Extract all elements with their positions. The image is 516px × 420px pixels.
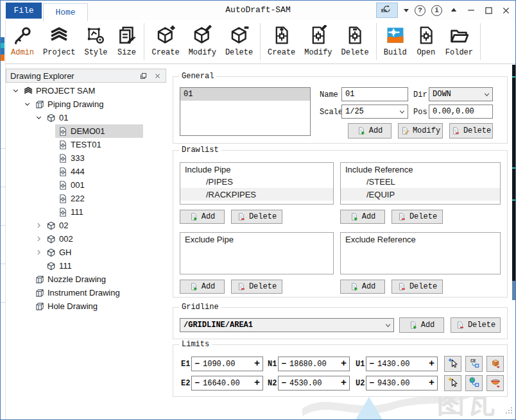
tree-item-piping-drawing[interactable]: Piping Drawing (6, 97, 166, 111)
drawlist-box-include-pipe[interactable]: Include Pipe/PIPES/RACKPIPES (180, 162, 334, 205)
pick-plus-blue-button[interactable] (444, 356, 461, 372)
drawlist-add-button-exclude-pipe[interactable]: Add (180, 280, 225, 294)
ribbon-button-folder[interactable]: Folder (441, 20, 477, 63)
tree-item-02[interactable]: 02 (6, 219, 166, 232)
limit-field-u1[interactable]: −1430.00+ (366, 357, 438, 371)
drawlist-box-include-reference[interactable]: Include Reference/STEEL/EQUIP (340, 162, 501, 205)
expander-open-icon[interactable] (22, 99, 32, 109)
general-modify-button[interactable]: Modify (398, 123, 443, 139)
expander-closed-icon[interactable] (34, 248, 44, 257)
language-dropdown-icon[interactable] (404, 9, 409, 12)
decrement-button[interactable]: − (279, 378, 289, 388)
drawlist-item[interactable]: /RACKPIPES (180, 188, 333, 201)
increment-button[interactable]: + (338, 378, 349, 389)
increment-button[interactable]: + (338, 358, 349, 369)
decrement-button[interactable]: − (366, 378, 377, 388)
increment-button[interactable]: + (426, 358, 437, 369)
limit-field-n2[interactable]: −4530.00+ (278, 376, 350, 391)
drawlist-item[interactable]: /PIPES (180, 175, 333, 188)
limit-value[interactable]: 9430.00 (377, 379, 426, 388)
limit-value[interactable]: 1090.00 (203, 360, 252, 369)
sphere-limits-button[interactable] (486, 375, 504, 391)
limit-field-u2[interactable]: −9430.00+ (366, 376, 438, 391)
general-add-button[interactable]: Add (348, 123, 391, 139)
close-button[interactable] (500, 4, 512, 16)
increment-button[interactable]: + (252, 358, 262, 369)
general-listbox[interactable]: 01 (180, 87, 311, 136)
minimize-button[interactable] (465, 4, 477, 16)
drawlist-delete-button-include-pipe[interactable]: Delete (231, 210, 282, 224)
ribbon-button-size[interactable]: Size (112, 20, 141, 63)
tree-item-001[interactable]: 001 (6, 178, 166, 192)
decrement-button[interactable]: − (279, 359, 289, 369)
expander-open-icon[interactable] (34, 113, 44, 122)
tree-item-444[interactable]: 444 (6, 165, 166, 178)
pick-plus-gold-button[interactable] (444, 375, 461, 391)
name-field[interactable]: 01 (341, 87, 408, 101)
drawlist-add-button-include-reference[interactable]: Add (340, 210, 385, 224)
float-panel-icon[interactable] (137, 70, 149, 81)
decrement-button[interactable]: − (192, 359, 203, 369)
language-switch-button[interactable]: En (376, 3, 398, 18)
scale-dropdown[interactable]: 1/25 (341, 105, 408, 119)
tree-item-111[interactable]: 111 (6, 205, 166, 219)
box-limits-button[interactable] (486, 356, 504, 372)
drawlist-delete-button-exclude-reference[interactable]: Delete (391, 280, 443, 294)
tree-item-002[interactable]: 002 (6, 232, 166, 246)
tree-item-222[interactable]: 222 (6, 192, 166, 205)
gridline-add-button[interactable]: Add (399, 317, 444, 333)
limit-value[interactable]: 18680.00 (289, 360, 338, 369)
drawlist-box-exclude-pipe[interactable]: Exclude Pipe (180, 232, 334, 274)
tab-home[interactable]: Home (43, 3, 88, 21)
dir-dropdown[interactable]: DOWN (429, 87, 493, 101)
tree-item-project-sam[interactable]: PROJECT SAM (6, 84, 166, 97)
drawlist-add-button-include-pipe[interactable]: Add (180, 210, 225, 224)
drawlist-box-exclude-reference[interactable]: Exclude Reference (340, 232, 501, 274)
tree-item-333[interactable]: 333 (6, 151, 166, 165)
expander-closed-icon[interactable] (34, 221, 44, 230)
limit-field-n1[interactable]: −18680.00+ (278, 357, 350, 371)
ribbon-button-modify[interactable]: Modify (184, 20, 221, 63)
ribbon-button-build[interactable]: Build (379, 20, 411, 63)
general-delete-button[interactable]: Delete (449, 123, 493, 139)
decrement-button[interactable]: − (366, 359, 377, 369)
ribbon-button-style[interactable]: Style (80, 20, 112, 63)
tree-item-gh[interactable]: GH (6, 246, 166, 259)
limit-value[interactable]: 1430.00 (377, 360, 426, 369)
gridline-delete-button[interactable]: Delete (451, 317, 501, 333)
limit-value[interactable]: 4530.00 (289, 379, 338, 388)
ribbon-button-modify[interactable]: Modify (300, 20, 336, 63)
drawlist-delete-button-exclude-pipe[interactable]: Delete (231, 280, 282, 294)
decrement-button[interactable]: − (192, 378, 203, 388)
help-button[interactable]: ? (415, 5, 426, 16)
expander-closed-icon[interactable] (34, 234, 44, 244)
limit-field-e1[interactable]: −1090.00+ (191, 357, 263, 371)
ribbon-button-admin[interactable]: Admin (6, 20, 39, 63)
drawlist-add-button-exclude-reference[interactable]: Add (340, 280, 385, 294)
tree-item-test01[interactable]: TEST01 (6, 138, 166, 151)
resize-grip[interactable] (505, 406, 513, 417)
tree-item-111[interactable]: 111 (6, 259, 166, 273)
ribbon-button-create[interactable]: Create (263, 20, 300, 63)
collapse-ribbon-button[interactable] (448, 4, 460, 16)
tree-item-instrument-drawing[interactable]: Instrument Drawing (6, 286, 166, 299)
drawlist-item[interactable]: /STEEL (341, 175, 500, 188)
world-element-button[interactable] (465, 375, 483, 391)
about-button[interactable]: i (431, 5, 442, 16)
expander-open-icon[interactable] (11, 86, 21, 96)
tree-item-nozzle-drawing[interactable]: Nozzle Drawing (6, 273, 166, 286)
ribbon-button-project[interactable]: Project (39, 20, 80, 63)
ribbon-button-create[interactable]: Create (147, 20, 184, 63)
limit-field-e2[interactable]: −16640.00+ (191, 376, 263, 391)
ribbon-button-delete[interactable]: Delete (337, 20, 374, 63)
drawlist-delete-button-include-reference[interactable]: Delete (391, 210, 443, 224)
general-list-item[interactable]: 01 (180, 88, 310, 101)
maximize-button[interactable] (483, 4, 494, 16)
tree-item-demo01[interactable]: DEMO01 (6, 124, 166, 138)
tree-item-hole-drawing[interactable]: Hole Drawing (6, 299, 166, 313)
ce-element-button[interactable]: CE (465, 356, 483, 372)
ribbon-button-open[interactable]: Open (411, 20, 441, 63)
tree-item-01[interactable]: 01 (6, 111, 166, 124)
pos-field[interactable]: 0.00,0.00 (429, 105, 493, 119)
drawlist-item[interactable]: /EQUIP (341, 188, 500, 201)
